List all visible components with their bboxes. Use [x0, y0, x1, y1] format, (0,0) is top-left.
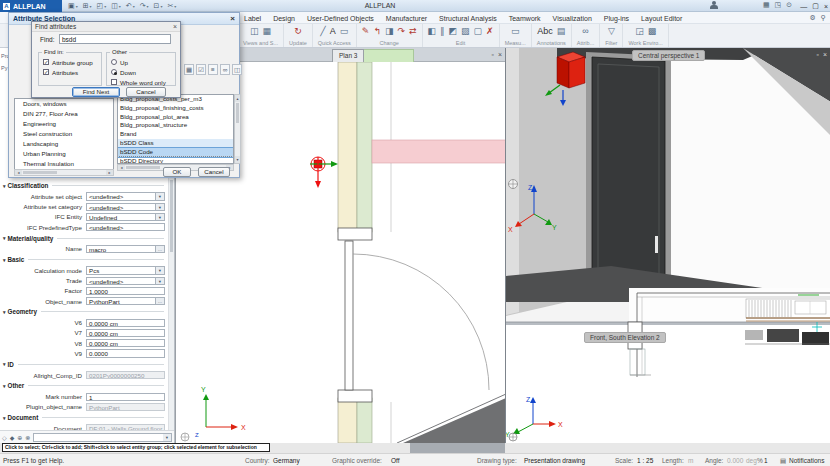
list-item[interactable]: Thermal Insulation — [15, 159, 113, 169]
notifications-link[interactable]: Notifications — [789, 457, 824, 464]
save-icon[interactable]: ◰ — [97, 1, 104, 11]
country-value[interactable]: Germany — [273, 457, 300, 464]
collapse-icon[interactable]: ▾ — [3, 383, 6, 389]
field-v9[interactable]: 0.0000 — [86, 349, 165, 357]
collapse-icon[interactable]: ▾ — [3, 235, 6, 241]
workspace-icon[interactable]: ◲ — [635, 25, 644, 38]
section-header[interactable]: ▾Classification — [0, 180, 168, 192]
viewport-origin-icon[interactable] — [509, 433, 517, 441]
dropdown-button[interactable]: ▾ — [156, 277, 165, 285]
redo-icon[interactable]: ↷ — [140, 1, 146, 11]
sort-icon[interactable]: ≡ — [208, 64, 218, 75]
attributes-icon[interactable]: ∞ — [582, 25, 588, 38]
environment-icon[interactable]: ▩ — [648, 25, 657, 38]
modify-icon[interactable]: ✎ — [362, 25, 370, 38]
stretch-icon[interactable]: ⇄ — [409, 25, 417, 38]
region-icon[interactable]: ▢ — [474, 25, 483, 38]
palette-scrollbar-thumb[interactable] — [170, 180, 173, 252]
radio-row[interactable]: Down — [107, 67, 175, 77]
checked-filter-icon[interactable]: ☑ — [196, 64, 206, 75]
door-leaf[interactable] — [345, 241, 353, 390]
checkbox-row[interactable]: ✓Attribute group — [39, 57, 101, 67]
section-header[interactable]: ▾ID — [0, 358, 168, 370]
line-icon[interactable]: ╱ — [320, 25, 325, 38]
delete-icon[interactable]: ✗ — [486, 25, 494, 38]
element-origin-marker[interactable] — [310, 157, 338, 188]
section-header[interactable]: ▾Geometry — [0, 306, 168, 318]
scale-value[interactable]: 1 : 25 — [637, 457, 653, 464]
viewport-scroll-strip[interactable] — [410, 443, 505, 453]
sections-icon[interactable]: ▦ — [263, 25, 272, 38]
copy-icon[interactable]: ⊡ — [154, 1, 160, 11]
angle-value[interactable]: 0.000 — [727, 457, 743, 464]
menu-item-layout-editor[interactable]: Layout Editor — [641, 15, 682, 22]
menu-item-manufacturer[interactable]: Manufacturer — [386, 15, 427, 22]
palette-tab-python[interactable]: Py — [1, 65, 7, 71]
text-icon[interactable]: A — [330, 25, 336, 38]
views-icon[interactable]: ◫ — [111, 1, 118, 11]
rotate-icon[interactable]: ↷ — [397, 25, 405, 38]
menu-item-label[interactable]: Label — [244, 15, 261, 22]
account-area[interactable] — [710, 1, 718, 10]
list-item[interactable]: Urban Planning — [15, 149, 113, 159]
field-ifc-predefinedtype[interactable]: <undefined> — [86, 223, 165, 231]
list-view-icon[interactable]: ▦ — [184, 64, 194, 75]
load-favorite-icon[interactable]: ⊕ — [17, 434, 22, 441]
dimension-icon[interactable]: ▤ — [557, 25, 566, 38]
viewport-divider[interactable] — [506, 322, 830, 325]
close-icon[interactable]: × — [230, 14, 235, 24]
scroll-right-icon[interactable]: ▸ — [106, 170, 113, 175]
match-properties-icon[interactable]: ◇ — [2, 434, 7, 441]
chevron-down-icon[interactable]: ▾ — [163, 433, 172, 442]
settings-gear-icon[interactable]: ⚙ — [810, 14, 816, 22]
list-item[interactable]: Bldg_proposal_structure — [118, 121, 233, 130]
dropdown-button[interactable]: ▾ — [156, 213, 165, 221]
scroll-left-icon[interactable]: ◂ — [118, 165, 125, 170]
open-file-icon[interactable]: ⊞ — [83, 1, 89, 11]
list-item[interactable]: bSDD Class — [118, 139, 233, 148]
popup-cancel-button[interactable]: Cancel — [126, 87, 166, 97]
menu-item-design[interactable]: Design — [273, 15, 295, 22]
copy-elements-icon[interactable]: ◨ — [385, 25, 394, 38]
restore-button[interactable]: ▢ — [812, 2, 819, 10]
dropdown-button[interactable]: ▾ — [156, 266, 165, 274]
graphic-override-value[interactable]: Off — [391, 457, 400, 464]
viewport-restore-icon[interactable]: ▫ — [491, 50, 493, 60]
popup-title-bar[interactable]: Find attributes × — [32, 22, 180, 32]
drawing-type-value[interactable]: Presentation drawing — [524, 457, 585, 464]
close-icon[interactable]: × — [173, 23, 177, 30]
menu-item-teamwork[interactable]: Teamwork — [509, 15, 541, 22]
field-trade[interactable]: <undefined> — [86, 277, 156, 285]
dropdown-caret-icon[interactable]: ▾ — [90, 4, 92, 9]
collapse-icon[interactable]: ▾ — [3, 257, 6, 263]
list-item[interactable]: Doors, windows — [15, 99, 113, 109]
measure-icon[interactable]: ▭ — [511, 25, 520, 38]
dropdown-caret-icon[interactable]: ▾ — [104, 4, 106, 9]
browse-button[interactable]: … — [156, 297, 165, 305]
transfer-properties-icon[interactable]: ◆ — [10, 434, 15, 441]
list-item[interactable]: Bldg_proposal_finishing_costs — [118, 104, 233, 113]
list-item[interactable]: Brand — [118, 130, 233, 139]
dropdown-button[interactable]: ▾ — [156, 203, 165, 211]
door-panel-3d[interactable] — [592, 57, 665, 293]
checkbox-icon[interactable]: ✓ — [43, 59, 49, 65]
field-object-name[interactable]: PythonPart — [86, 297, 156, 305]
field-name[interactable]: macro — [86, 245, 156, 253]
allplan-logo[interactable]: A ALLPLAN — [0, 0, 62, 12]
section-header[interactable]: ▾Material/quality — [0, 232, 168, 244]
checkbox-row[interactable]: ✓Attributes — [39, 67, 101, 77]
viewport-close-icon[interactable]: × — [498, 50, 502, 60]
section-header[interactable]: ▾Other — [0, 380, 168, 392]
save-favorite-icon[interactable]: ⊗ — [25, 434, 30, 441]
dropdown-caret-icon[interactable]: ▾ — [174, 4, 176, 9]
dropdown-caret-icon[interactable]: ▾ — [147, 4, 149, 9]
columns-icon[interactable]: ◫ — [232, 64, 242, 75]
dropdown-caret-icon[interactable]: ▾ — [119, 4, 121, 9]
menu-item-plug-ins[interactable]: Plug-ins — [604, 15, 629, 22]
cancel-button[interactable]: Cancel — [198, 167, 230, 177]
checkbox-row[interactable]: Whole word only — [107, 77, 175, 87]
dropdown-caret-icon[interactable]: ▾ — [133, 4, 135, 9]
ok-button[interactable]: OK — [163, 167, 191, 177]
notifications-icon[interactable]: ▤ — [780, 457, 786, 465]
viewport-origin-icon[interactable] — [509, 180, 518, 189]
